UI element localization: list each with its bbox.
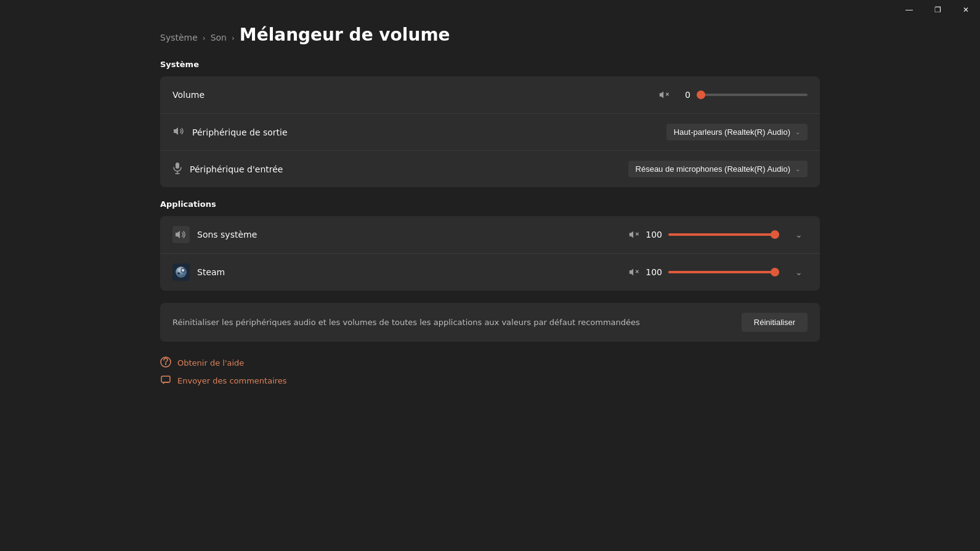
output-text: Périphérique de sortie: [192, 127, 288, 137]
breadcrumb-sep2: ›: [232, 34, 235, 42]
help-link[interactable]: Obtenir de l'aide: [160, 356, 820, 369]
main-content: Système › Son › Mélangeur de volume Syst…: [0, 0, 980, 551]
breadcrumb: Système › Son › Mélangeur de volume: [160, 25, 820, 45]
input-device-value: Réseau de microphones (Realtek(R) Audio): [636, 164, 790, 174]
reset-button[interactable]: Réinitialiser: [742, 313, 808, 332]
input-text: Périphérique d'entrée: [190, 164, 283, 174]
steam-value: 100: [646, 267, 662, 277]
volume-slider[interactable]: [697, 94, 808, 96]
sons-systeme-text: Sons système: [197, 230, 257, 239]
steam-row: Steam 100 ⌄: [160, 253, 820, 291]
svg-point-11: [182, 269, 185, 272]
mic-icon: [172, 162, 182, 176]
output-row: Périphérique de sortie Haut-parleurs (Re…: [160, 113, 820, 150]
volume-value: 0: [676, 90, 690, 100]
help-icon: [160, 356, 171, 369]
chevron-down-icon: ⌄: [795, 166, 800, 172]
volume-label: Volume: [172, 90, 658, 100]
svg-rect-5: [172, 226, 190, 243]
apps-section-label: Applications: [160, 199, 820, 209]
sons-mute-icon[interactable]: [628, 229, 639, 240]
output-device-value: Haut-parleurs (Realtek(R) Audio): [674, 127, 790, 137]
sons-systeme-row: Sons système 100 ⌄: [160, 216, 820, 253]
speaker-icon: [172, 125, 185, 139]
steam-slider[interactable]: [668, 271, 779, 273]
sons-systeme-icon: [172, 226, 190, 243]
input-row: Périphérique d'entrée Réseau de micropho…: [160, 150, 820, 187]
steam-expand[interactable]: ⌄: [790, 265, 808, 280]
input-device-dropdown[interactable]: Réseau de microphones (Realtek(R) Audio)…: [628, 161, 808, 177]
sons-systeme-label: Sons système: [172, 226, 628, 243]
breadcrumb-system[interactable]: Système: [160, 33, 198, 42]
system-section-label: Système: [160, 60, 820, 69]
steam-icon: [172, 263, 190, 281]
output-label: Périphérique de sortie: [172, 125, 666, 139]
output-control: Haut-parleurs (Realtek(R) Audio) ⌄: [666, 124, 808, 140]
sons-systeme-slider[interactable]: [668, 233, 779, 236]
input-control: Réseau de microphones (Realtek(R) Audio)…: [628, 161, 808, 177]
breadcrumb-son[interactable]: Son: [211, 33, 227, 42]
sons-systeme-value: 100: [646, 230, 662, 239]
feedback-label: Envoyer des commentaires: [177, 376, 287, 385]
feedback-icon: [160, 374, 171, 387]
chevron-down-icon: ⌄: [795, 129, 800, 135]
apps-section: Applications Sons système: [160, 199, 820, 291]
links-section: Obtenir de l'aide Envoyer des commentair…: [160, 356, 820, 387]
reset-description: Réinitialiser les périphériques audio et…: [172, 318, 729, 327]
output-device-dropdown[interactable]: Haut-parleurs (Realtek(R) Audio) ⌄: [666, 124, 808, 140]
breadcrumb-sep1: ›: [203, 34, 206, 42]
svg-rect-2: [176, 163, 179, 169]
steam-label: Steam: [172, 263, 628, 281]
apps-card: Sons système 100 ⌄: [160, 216, 820, 291]
system-card: Volume 0: [160, 76, 820, 187]
steam-text: Steam: [197, 267, 225, 277]
input-label: Périphérique d'entrée: [172, 162, 628, 176]
reset-section: Réinitialiser les périphériques audio et…: [160, 303, 820, 342]
sons-systeme-expand[interactable]: ⌄: [790, 227, 808, 242]
help-label: Obtenir de l'aide: [177, 358, 244, 368]
svg-point-9: [176, 267, 187, 278]
volume-row: Volume 0: [160, 76, 820, 113]
system-section: Système Volume 0: [160, 60, 820, 187]
page-title: Mélangeur de volume: [240, 25, 450, 45]
steam-mute-icon[interactable]: [628, 267, 639, 278]
mute-icon[interactable]: [658, 89, 670, 100]
svg-rect-15: [161, 376, 170, 382]
feedback-link[interactable]: Envoyer des commentaires: [160, 374, 820, 387]
sons-systeme-control: 100 ⌄: [628, 227, 808, 242]
steam-control: 100 ⌄: [628, 265, 808, 280]
volume-control: 0: [658, 89, 808, 100]
